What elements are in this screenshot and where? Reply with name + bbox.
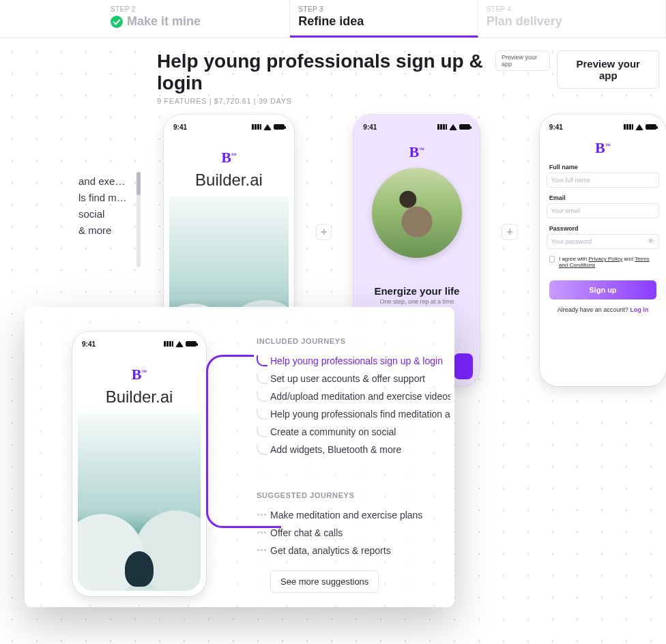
phone-signup: 9:41 B™ Full name Your full name Email Y… — [540, 115, 666, 386]
page-title: Help young professionals sign up & login — [157, 50, 495, 94]
wifi-icon — [263, 124, 272, 130]
status-icons — [164, 341, 197, 347]
battery-icon — [274, 124, 285, 130]
agree-checkbox[interactable] — [549, 256, 555, 263]
email-input[interactable]: Your email — [547, 203, 659, 218]
journey-item[interactable]: Get data, analytics & reports — [257, 542, 450, 559]
fullname-input[interactable]: Your full name — [547, 173, 659, 188]
status-icons — [437, 124, 470, 130]
status-icons — [252, 124, 285, 130]
step-2[interactable]: STEP 2 Make it mine — [102, 0, 290, 38]
brand-name: Builder.ai — [171, 171, 287, 190]
signal-icon — [624, 124, 633, 130]
step-title: Make it mine — [127, 14, 201, 29]
signal-icon — [252, 124, 261, 130]
add-screen-button[interactable]: + — [502, 224, 517, 240]
page-header: Help young professionals sign up & login… — [0, 38, 666, 105]
step-eyebrow: STEP 2 — [111, 5, 281, 13]
stepper: STEP 2 Make it mine STEP 3 Refine idea S… — [0, 0, 666, 38]
included-heading: INCLUDED JOURNEYS — [257, 337, 450, 345]
phone-splash-card: 9:41 B™ Builder.ai — [72, 332, 206, 596]
signup-button[interactable]: Sign up — [549, 280, 656, 299]
brand-logo-icon: B™ — [221, 149, 237, 166]
status-time: 9:41 — [363, 123, 377, 131]
step-4[interactable]: STEP 4 Plan delivery — [478, 0, 666, 38]
journey-item[interactable]: Offer chat & calls — [257, 524, 450, 542]
page-subtitle: 9 FEATURES | $7,720.61 | 39 DAYS — [157, 97, 495, 105]
step-3[interactable]: STEP 3 Refine idea — [290, 0, 478, 38]
privacy-link[interactable]: Privacy Policy — [589, 256, 623, 262]
suggested-list: Make meditation and exercise plans Offer… — [257, 506, 450, 559]
battery-icon — [646, 124, 656, 130]
connector-line — [206, 453, 281, 528]
wifi-icon — [175, 341, 184, 347]
included-list: Help young professionals sign up & login… — [257, 352, 450, 458]
journey-item[interactable]: Help young professionals sign up & login — [257, 352, 450, 370]
brand-name: Builder.ai — [79, 387, 199, 407]
journeys-card: 9:41 B™ Builder.ai INCLUDED JOURNEYS Hel… — [25, 307, 454, 607]
status-time: 9:41 — [82, 340, 96, 348]
journey-item[interactable]: Create a community on social — [257, 423, 450, 441]
suggested-heading: SUGGESTED JOURNEYS — [257, 491, 450, 499]
brand-logo-icon: B™ — [409, 143, 425, 161]
battery-icon — [459, 124, 470, 130]
fullname-label: Full name — [549, 164, 656, 171]
welcome-title: Energize your life — [360, 285, 473, 297]
agree-text: I agree with Privacy Policy and Terms an… — [559, 256, 656, 268]
brand-logo-icon: B™ — [132, 366, 147, 383]
journey-item[interactable]: Help young professionals find meditation… — [257, 405, 450, 423]
wifi-icon — [449, 124, 457, 130]
journey-item[interactable]: Make meditation and exercise plans — [257, 506, 450, 524]
status-icons — [624, 124, 656, 130]
journey-item[interactable]: Set up user accounts & offer support — [257, 370, 450, 387]
see-more-button[interactable]: See more suggestions — [270, 570, 379, 593]
journeys-panel: INCLUDED JOURNEYS Help young professiona… — [257, 337, 454, 593]
signal-icon — [164, 341, 173, 347]
connector-line — [206, 355, 254, 454]
welcome-subtitle: One step, one rep at a time — [360, 298, 473, 305]
login-line: Already have an account? Log in — [547, 306, 659, 313]
check-icon — [111, 16, 123, 28]
preview-pill[interactable]: Preview your app — [495, 50, 550, 71]
step-title: Plan delivery — [487, 14, 562, 29]
step-eyebrow: STEP 3 — [298, 5, 469, 13]
continue-button[interactable] — [454, 353, 473, 379]
password-placeholder: Your password — [551, 238, 592, 245]
hero-image — [372, 168, 462, 258]
battery-icon — [186, 341, 197, 347]
step-eyebrow: STEP 4 — [487, 5, 657, 13]
password-input[interactable]: Your password 👁 — [547, 234, 659, 249]
status-time: 9:41 — [173, 123, 187, 131]
journey-item[interactable]: Add/upload meditation and exercise video… — [257, 387, 450, 405]
splash-illustration — [78, 413, 201, 591]
journey-item[interactable]: Add widgets, Bluetooth & more — [257, 441, 450, 458]
add-screen-button[interactable]: + — [316, 224, 332, 240]
brand-logo-icon: B™ — [595, 139, 611, 157]
step-title: Refine idea — [298, 14, 364, 29]
signal-icon — [437, 124, 447, 130]
status-time: 9:41 — [549, 123, 563, 131]
wifi-icon — [635, 124, 643, 130]
login-link[interactable]: Log in — [630, 306, 648, 313]
preview-button[interactable]: Preview your app — [557, 50, 659, 89]
password-label: Password — [549, 225, 656, 232]
email-label: Email — [549, 194, 656, 201]
agree-row[interactable]: I agree with Privacy Policy and Terms an… — [549, 256, 656, 268]
eye-icon[interactable]: 👁 — [648, 237, 654, 245]
